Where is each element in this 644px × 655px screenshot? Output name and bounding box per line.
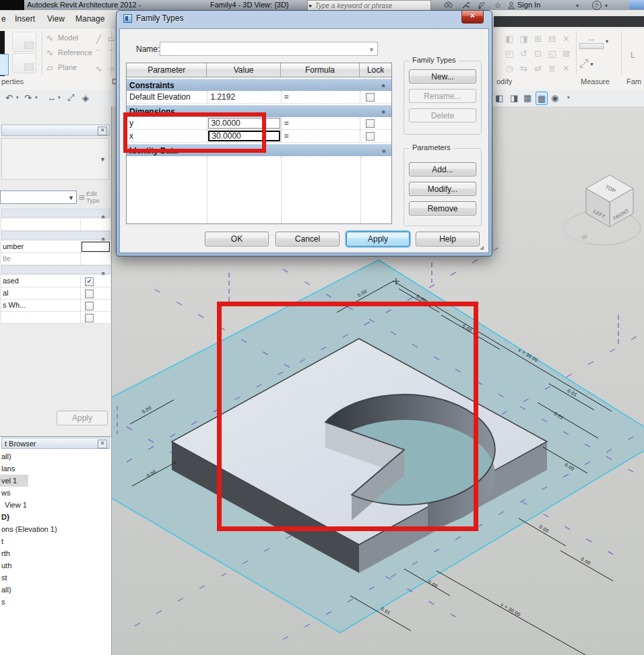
lock-checkbox[interactable] xyxy=(366,119,375,128)
browser-item[interactable]: ons (Elevation 1) xyxy=(0,523,110,535)
subscription-wrench-icon[interactable] xyxy=(460,0,471,10)
communication-center-icon[interactable] xyxy=(476,0,487,10)
palette-param-value[interactable] xyxy=(81,241,110,252)
type-selector[interactable]: ▼ xyxy=(1,138,109,180)
param-formula[interactable]: = xyxy=(281,117,360,129)
browser-item[interactable]: all) xyxy=(0,584,110,596)
render-sphere-icon[interactable]: ◉ xyxy=(551,92,558,104)
palette-checkbox[interactable] xyxy=(85,314,94,322)
column-value[interactable]: Value xyxy=(207,63,280,77)
palette-checkbox[interactable] xyxy=(85,289,94,298)
draw-line-icon[interactable]: ╱ xyxy=(94,34,104,44)
load-into-project-fragment[interactable]: L xyxy=(631,50,635,60)
cancel-button[interactable]: Cancel xyxy=(276,232,340,246)
table-section-constraints[interactable]: Constraints« xyxy=(127,79,391,91)
resize-grip[interactable]: ◢ xyxy=(480,244,486,251)
sign-in-dropdown-icon[interactable]: ▾ xyxy=(576,3,579,9)
param-formula[interactable]: = xyxy=(281,91,360,103)
close-icon[interactable]: ✕ xyxy=(98,127,107,135)
type-combo[interactable]: ▼ xyxy=(0,191,77,204)
toolbar-dropdown-icon[interactable]: ▾ xyxy=(567,92,570,104)
chevron-down-icon[interactable]: ▼ xyxy=(100,156,106,163)
palette-row[interactable] xyxy=(1,312,110,324)
draw-rectangle-icon[interactable]: ▭ xyxy=(106,34,117,44)
search-expand-icon[interactable]: ▸ xyxy=(309,2,313,9)
lock-checkbox[interactable] xyxy=(366,93,375,102)
palette-row[interactable]: ased✔ xyxy=(1,275,110,287)
tab-create-fragment[interactable]: e xyxy=(1,14,6,24)
draw-spline-icon[interactable]: ∿ xyxy=(94,64,104,73)
browser-item[interactable]: lans xyxy=(0,462,110,475)
favorites-star-icon[interactable]: ☆ xyxy=(492,0,503,10)
close-icon[interactable]: ✕ xyxy=(98,440,107,448)
palette-value-input[interactable] xyxy=(82,242,110,252)
family-category-big-icon[interactable] xyxy=(12,53,36,73)
browser-item[interactable]: vel 1 xyxy=(0,475,28,487)
tag-icon[interactable]: ◈ xyxy=(82,92,89,104)
palette-row[interactable]: s Wh... xyxy=(1,300,110,312)
edit-type-button[interactable]: ⊞ Edit Type xyxy=(79,190,110,205)
param-value-input[interactable]: 1.2192 xyxy=(207,91,280,103)
measure-between-button[interactable]: ⤢ ▾ xyxy=(579,54,620,74)
family-table-icon[interactable]: ▦ xyxy=(523,92,532,104)
family-types-icon-active[interactable]: ▦ xyxy=(536,92,548,105)
redo-dropdown-icon[interactable]: ▾ xyxy=(35,92,38,104)
palette-param-value[interactable] xyxy=(81,219,110,230)
palette-section-header[interactable]: « xyxy=(1,209,110,217)
palette-param-value[interactable] xyxy=(81,253,110,265)
new-button[interactable]: New... xyxy=(409,69,476,83)
application-menu-fragment[interactable] xyxy=(0,0,24,10)
properties-big-icon[interactable] xyxy=(12,32,36,52)
column-parameter[interactable]: Parameter xyxy=(127,63,207,77)
chevron-down-icon[interactable]: ▼ xyxy=(368,46,375,53)
palette-row[interactable]: umber xyxy=(1,241,110,253)
column-lock[interactable]: Lock xyxy=(360,63,391,77)
undo-icon[interactable]: ↶ xyxy=(5,92,13,104)
palette-row[interactable]: al xyxy=(1,287,110,300)
sign-in-button[interactable]: Sign In xyxy=(517,1,540,9)
properties-header[interactable]: ✕ xyxy=(1,125,110,136)
modify-button[interactable]: Modify... xyxy=(409,182,476,196)
browser-item[interactable]: st xyxy=(0,572,110,584)
browser-item[interactable]: s xyxy=(0,596,110,608)
add-button[interactable]: Add... xyxy=(409,162,476,176)
palette-section-header[interactable]: « xyxy=(1,265,110,274)
browser-item[interactable]: all) xyxy=(0,450,110,462)
column-formula[interactable]: Formula xyxy=(281,63,360,77)
browser-item[interactable]: rth xyxy=(0,547,110,559)
palette-row[interactable] xyxy=(1,219,110,231)
browser-item[interactable]: uth xyxy=(0,559,110,572)
remove-button[interactable]: Remove xyxy=(409,201,476,215)
browser-item[interactable]: View 1 xyxy=(0,499,110,511)
family-types-dialog[interactable]: Family Types ✕ Name: ▼ Parameter Value F… xyxy=(116,10,492,256)
measure-aligned-button[interactable]: ↔ ▾ xyxy=(579,32,620,50)
palette-section-header[interactable]: « xyxy=(1,231,110,240)
tab-manage[interactable]: Manage xyxy=(75,14,104,24)
palette-checkbox[interactable] xyxy=(85,302,94,310)
project-browser-header[interactable]: t Browser ✕ xyxy=(1,438,110,449)
view-tool-icon[interactable]: ◨ xyxy=(510,92,518,104)
tab-view[interactable]: View xyxy=(47,14,65,24)
view-tool-icon[interactable]: ◧ xyxy=(495,92,503,104)
palette-checkbox[interactable]: ✔ xyxy=(85,277,94,286)
draw-arc-icon[interactable]: ⌒ xyxy=(94,48,104,60)
selected-tool-fragment[interactable] xyxy=(0,54,9,75)
help-dropdown-icon[interactable]: ▾ xyxy=(605,3,608,9)
search-input[interactable] xyxy=(314,1,424,10)
lock-checkbox[interactable] xyxy=(366,132,375,141)
ok-button[interactable]: OK xyxy=(205,232,269,246)
infocenter-search[interactable]: ▸ xyxy=(307,0,431,11)
chevron-up-icon[interactable]: « xyxy=(381,110,388,114)
palette-row[interactable]: tle xyxy=(1,253,110,265)
aligned-dimension-icon[interactable]: ⤢ xyxy=(67,92,74,104)
chevron-down-icon[interactable]: ▼ xyxy=(68,195,74,201)
browser-item[interactable]: ws xyxy=(0,487,110,499)
param-formula[interactable]: = xyxy=(281,130,360,142)
search-icon[interactable] xyxy=(442,0,454,10)
help-icon[interactable]: ? xyxy=(591,0,602,10)
chevron-down-icon[interactable]: « xyxy=(381,149,388,153)
draw-ellipse-icon[interactable]: ○ xyxy=(106,64,117,73)
param-value-cell[interactable]: 1.2192 xyxy=(207,91,280,103)
measure-dropdown-icon[interactable]: ▾ xyxy=(606,38,608,44)
apply-button[interactable]: Apply xyxy=(346,232,410,246)
